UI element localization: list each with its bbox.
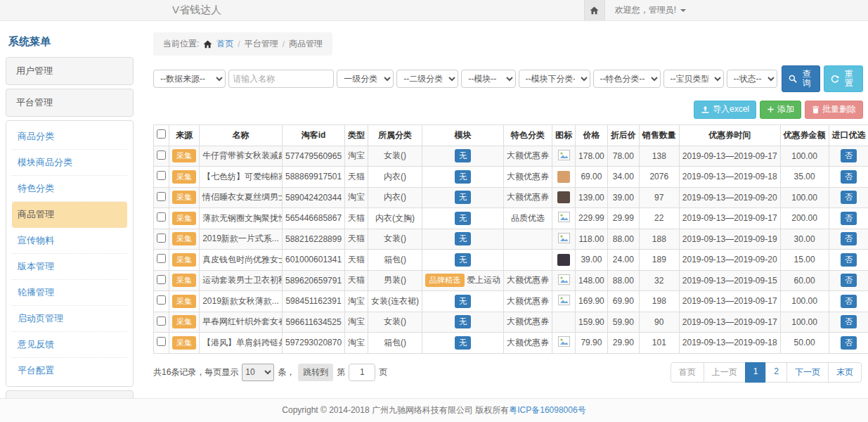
source-badge: 采集	[172, 295, 196, 308]
page-size-select[interactable]: 10	[242, 364, 274, 381]
import-select-toggle[interactable]: 否	[841, 170, 857, 184]
filter-select-6[interactable]: --模块下分类--	[519, 70, 590, 88]
row-checkbox[interactable]	[157, 212, 166, 222]
product-category: 内衣()	[368, 167, 422, 188]
import-select-toggle[interactable]: 否	[841, 212, 857, 225]
pager-first[interactable]: 首页	[671, 362, 704, 383]
product-name: 早春网红针织外套女春...	[200, 312, 283, 333]
product-name: 真皮钱包时尚优雅女士...	[200, 250, 283, 271]
import-excel-label: 导入excel	[713, 105, 749, 114]
import-select-toggle[interactable]: 否	[841, 232, 857, 245]
feature-category: 大额优惠券	[504, 167, 552, 188]
import-select-toggle[interactable]: 否	[841, 315, 857, 328]
filter-select-9[interactable]: --状态--	[727, 70, 777, 88]
coupon-amount: 100.00	[780, 291, 829, 312]
row-checkbox[interactable]	[157, 275, 166, 284]
breadcrumb-home-link[interactable]: 首页	[216, 38, 233, 50]
sidebar-link-9[interactable]: 启动页管理	[12, 306, 127, 332]
row-checkbox[interactable]	[157, 192, 166, 201]
coupon-amount: 50.00	[780, 333, 829, 354]
import-select-toggle[interactable]: 否	[841, 295, 857, 308]
feature-category: 品质优选	[504, 208, 552, 229]
filter-select-1[interactable]: --数据来源--	[153, 70, 226, 88]
product-name: 【七色纺】可爱纯棉家...	[200, 167, 283, 188]
row-checkbox[interactable]	[157, 234, 166, 243]
pager-prev[interactable]: 上一页	[704, 362, 746, 383]
row-checkbox[interactable]	[157, 337, 166, 346]
product-type: 淘宝	[345, 187, 368, 208]
import-select-toggle[interactable]: 否	[841, 149, 857, 162]
source-badge: 采集	[172, 336, 196, 350]
cell-source: 采集	[169, 167, 200, 188]
refresh-icon	[831, 75, 839, 83]
user-menu[interactable]: 欢迎您，管理员!	[605, 4, 696, 16]
price: 148.00	[576, 270, 608, 291]
sidebar-item-0[interactable]: 用户管理	[6, 57, 134, 85]
row-checkbox[interactable]	[157, 171, 166, 180]
pager-page-1[interactable]: 1	[745, 362, 767, 383]
sidebar-link-4[interactable]: 特色分类	[12, 176, 127, 202]
broken-image-icon	[558, 295, 570, 305]
sidebar-link-6[interactable]: 宣传物料	[12, 228, 127, 254]
filter-select-8[interactable]: --宝贝类型--	[663, 70, 724, 88]
table-head-row: 来源名称淘客id类型所属分类模块特色分类图标价格折后价销售数量优惠券时间优惠券金…	[154, 124, 868, 146]
import-select-toggle[interactable]: 否	[841, 253, 857, 267]
breadcrumb: 当前位置: 首页 / 平台管理 / 商品管理	[153, 32, 332, 56]
page-suffix: 页	[379, 366, 387, 378]
column-header-11: 销售数量	[639, 124, 679, 146]
row-checkbox[interactable]	[157, 151, 166, 160]
import-excel-button[interactable]: 导入excel	[694, 101, 756, 118]
taoke-id: 589042420344	[283, 187, 345, 208]
cell-select	[154, 229, 169, 250]
row-checkbox[interactable]	[157, 316, 166, 326]
import-select-toggle[interactable]: 否	[841, 336, 857, 350]
sidebar-link-7[interactable]: 版本管理	[12, 254, 127, 280]
cell-select	[154, 187, 169, 208]
filter-select-5[interactable]: --模块--	[461, 70, 515, 88]
coupon-time: 2019-09-13—2019-09-15	[679, 270, 780, 291]
import-select-toggle[interactable]: 否	[841, 191, 857, 204]
search-name-input[interactable]	[228, 70, 334, 88]
coupon-amount: 100.00	[780, 312, 829, 333]
home-button[interactable]	[584, 0, 605, 20]
page-body: 系统菜单 用户管理平台管理商品分类模块商品分类特色分类商品管理宣传物料版本管理轮…	[0, 21, 868, 422]
sidebar-item-1[interactable]: 平台管理	[6, 89, 134, 117]
sidebar-link-10[interactable]: 意见反馈	[12, 332, 127, 358]
row-checkbox[interactable]	[157, 254, 166, 263]
icp-link[interactable]: 粤ICP备16098006号	[509, 404, 585, 416]
product-name: 牛仔背带裤女秋装减龄...	[200, 146, 283, 167]
filter-select-4[interactable]: --二级分类--	[396, 70, 458, 88]
sales-count: 189	[639, 250, 679, 271]
sidebar-link-2[interactable]: 商品分类	[12, 124, 127, 150]
module-badge: 无	[455, 149, 471, 162]
sidebar-link-3[interactable]: 模块商品分类	[12, 150, 127, 176]
cell-select	[154, 167, 169, 188]
sidebar-link-11[interactable]: 平台配置	[12, 358, 127, 383]
reset-button[interactable]: 重置	[824, 65, 863, 92]
pager-last[interactable]: 末页	[828, 362, 862, 383]
sidebar-link-8[interactable]: 轮播管理	[12, 280, 127, 306]
search-button[interactable]: 查询	[782, 65, 821, 92]
module-badge: 无	[455, 253, 471, 267]
row-checkbox[interactable]	[157, 295, 166, 305]
jump-button[interactable]: 跳转到	[298, 364, 333, 381]
discount-price: 88.00	[607, 229, 639, 250]
batch-delete-label: 批量删除	[822, 105, 856, 114]
column-header-10: 折后价	[607, 124, 639, 146]
pager-page-2[interactable]: 2	[765, 362, 787, 383]
products-table: 来源名称淘客id类型所属分类模块特色分类图标价格折后价销售数量优惠券时间优惠券金…	[153, 124, 868, 354]
price: 39.00	[576, 250, 608, 271]
pager-next[interactable]: 下一页	[786, 362, 829, 383]
sidebar-link-5[interactable]: 商品管理	[12, 202, 127, 228]
filter-select-3[interactable]: 一级分类	[337, 70, 394, 88]
filter-select-7[interactable]: --特色分类--	[593, 70, 661, 88]
sidebar-title: 系统菜单	[6, 32, 134, 57]
module-badge: 无	[455, 336, 471, 350]
import-select-toggle[interactable]: 否	[841, 274, 857, 287]
cell-import-select: 否	[829, 291, 868, 312]
add-button[interactable]: 添加	[760, 101, 801, 118]
source-badge: 采集	[172, 315, 196, 328]
batch-delete-button[interactable]: 批量删除	[805, 101, 863, 118]
page-number-input[interactable]	[349, 364, 375, 381]
select-all-checkbox[interactable]	[157, 129, 166, 139]
